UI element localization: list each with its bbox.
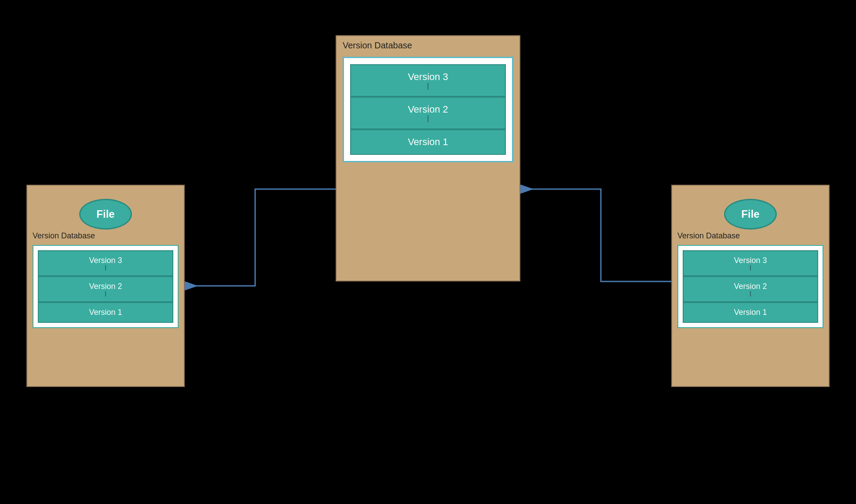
center-version-3: Version 3 xyxy=(350,64,506,97)
right-version-database-box: File Version Database Version 3 Version … xyxy=(671,185,830,387)
right-box-title: Version Database xyxy=(672,230,829,242)
left-version-database-box: File Version Database Version 3 Version … xyxy=(26,185,185,387)
left-list-frame: Version 3 Version 2 Version 1 xyxy=(33,245,179,328)
left-version-3: Version 3 xyxy=(38,250,173,276)
center-version-1: Version 1 xyxy=(350,129,506,155)
arrow-center-to-left xyxy=(185,189,336,286)
right-version-2: Version 2 xyxy=(683,276,818,302)
left-version-list: Version 3 Version 2 Version 1 xyxy=(38,250,173,323)
arrow-right-to-center xyxy=(520,189,671,281)
left-box-title: Version Database xyxy=(27,230,184,242)
diagram-container: Version Database Version 3 Version 2 Ver… xyxy=(0,0,856,504)
left-file-oval: File xyxy=(79,199,132,230)
right-list-frame: Version 3 Version 2 Version 1 xyxy=(677,245,823,328)
center-version-list: Version 3 Version 2 Version 1 xyxy=(350,64,506,155)
right-version-1: Version 1 xyxy=(683,302,818,323)
right-file-oval: File xyxy=(724,199,777,230)
center-version-database-box: Version Database Version 3 Version 2 Ver… xyxy=(336,35,520,281)
center-box-title: Version Database xyxy=(337,36,519,53)
right-version-list: Version 3 Version 2 Version 1 xyxy=(683,250,818,323)
left-version-2: Version 2 xyxy=(38,276,173,302)
right-version-3: Version 3 xyxy=(683,250,818,276)
center-inner-frame: Version 3 Version 2 Version 1 xyxy=(343,57,513,162)
center-version-2: Version 2 xyxy=(350,97,506,129)
left-version-1: Version 1 xyxy=(38,302,173,323)
